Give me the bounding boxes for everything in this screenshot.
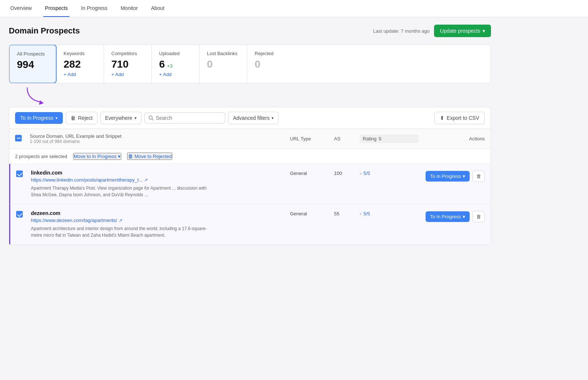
external-link-icon: ↗ <box>144 178 148 183</box>
rating-expand-icon[interactable]: › <box>360 211 361 216</box>
advanced-filters-button[interactable]: Advanced filters ▾ <box>228 112 279 124</box>
trash-icon: 🗑 <box>476 214 481 219</box>
row-to-in-progress-button[interactable]: To In Progress ▾ <box>426 171 470 182</box>
toolbar: To In Progress ▾ 🗑 Reject Everywhere ▾ A… <box>9 107 491 129</box>
row-urltype: General <box>290 210 334 216</box>
row-checkbox[interactable] <box>16 171 23 177</box>
add-uploaded-link[interactable]: + Add <box>159 72 192 77</box>
arrow-decoration <box>9 89 491 107</box>
trash-icon: 🗑 <box>71 115 76 121</box>
row-actions: To In Progress ▾ 🗑 <box>419 170 485 182</box>
stat-value-competitors: 710 <box>111 58 144 70</box>
select-all-checkbox[interactable] <box>15 135 22 141</box>
top-navigation: Overview Prospects In Progress Monitor A… <box>0 0 588 17</box>
stat-cards: All Prospects 994 Keywords 282 + Add Com… <box>9 44 491 83</box>
stat-card-uploaded[interactable]: Uploaded 6 +3 + Add <box>152 45 200 83</box>
row-to-in-progress-button[interactable]: To In Progress ▾ <box>426 211 470 222</box>
rating-value: 5/5 <box>363 211 370 216</box>
rating-expand-icon[interactable]: › <box>360 171 361 176</box>
header-right: Last update: 7 months ago Update prospec… <box>373 25 491 37</box>
row-rating: › 5/5 <box>360 170 419 176</box>
prospect-row: dezeen.com https://www.dezeen.com/tag/ap… <box>9 204 491 244</box>
arrow-icon <box>24 86 46 106</box>
row-checkbox-area[interactable] <box>16 170 31 178</box>
search-icon <box>148 115 154 121</box>
row-as: 55 <box>334 210 360 216</box>
stat-card-competitors[interactable]: Competitors 710 + Add <box>104 45 152 83</box>
chevron-down-icon: ▾ <box>483 28 485 34</box>
row-delete-button[interactable]: 🗑 <box>473 211 485 222</box>
page-header: Domain Prospects Last update: 7 months a… <box>9 25 491 37</box>
move-to-in-progress-button[interactable]: Move to In Progress ▾ <box>73 153 121 160</box>
upload-icon: ⬆ <box>440 115 444 121</box>
stat-label-all: All Prospects <box>17 51 49 57</box>
move-to-rejected-button[interactable]: 🗑 Move to Rejected <box>127 153 172 160</box>
main-content: Domain Prospects Last update: 7 months a… <box>0 17 500 252</box>
rating-value: 5/5 <box>363 171 370 176</box>
svg-line-2 <box>152 119 153 121</box>
stat-label-uploaded: Uploaded <box>159 51 192 56</box>
row-rating: › 5/5 <box>360 210 419 216</box>
row-delete-button[interactable]: 🗑 <box>473 171 485 182</box>
row-source-info: linkedin.com https://www.linkedin.com/po… <box>31 170 290 198</box>
trash-icon: 🗑 <box>476 173 481 179</box>
stat-label-lost: Lost Backlinks <box>207 51 240 56</box>
search-box[interactable] <box>144 112 225 123</box>
export-csv-button[interactable]: ⬆ Export to CSV <box>434 112 485 124</box>
upload-badge: +3 <box>167 63 173 69</box>
row-urltype: General <box>290 170 334 176</box>
nav-overview[interactable]: Overview <box>9 0 33 17</box>
row-domain: dezeen.com <box>31 210 290 216</box>
row-url-link[interactable]: https://www.linkedin.com/posts/apartment… <box>31 177 143 183</box>
row-url-link[interactable]: https://www.dezeen.com/tag/apartments/ <box>31 218 117 223</box>
stat-card-lost-backlinks[interactable]: Lost Backlinks 0 <box>200 45 247 83</box>
reject-button[interactable]: 🗑 Reject <box>66 112 97 124</box>
prospect-row: linkedin.com https://www.linkedin.com/po… <box>9 164 491 204</box>
trash-icon: 🗑 <box>128 153 133 159</box>
chevron-down-icon: ▾ <box>135 116 137 121</box>
row-snippet: Apartment Therapy Media's Post. View org… <box>31 185 207 198</box>
stat-value-uploaded: 6 <box>159 58 165 70</box>
stat-value-keywords: 282 <box>64 58 96 70</box>
nav-monitor[interactable]: Monitor <box>119 0 139 17</box>
select-all-checkbox-area[interactable] <box>15 135 30 143</box>
col-header-as: AS <box>334 136 360 141</box>
row-url: https://www.linkedin.com/posts/apartment… <box>31 177 290 183</box>
col-header-actions: Actions <box>419 136 485 141</box>
selection-count-text: 2 prospects are selected <box>15 154 67 159</box>
chevron-down-icon: ▾ <box>463 214 465 219</box>
stat-value-lost: 0 <box>207 58 240 70</box>
row-checkbox[interactable] <box>16 211 23 218</box>
nav-prospects[interactable]: Prospects <box>43 0 69 17</box>
search-input[interactable] <box>156 115 221 121</box>
stat-label-keywords: Keywords <box>64 51 96 56</box>
col-header-source: Source Domain, URL Example and Snippet 1… <box>30 133 290 144</box>
to-in-progress-button[interactable]: To In Progress ▾ <box>15 112 63 124</box>
stat-card-rejected[interactable]: Rejected 0 <box>247 45 295 83</box>
add-keywords-link[interactable]: + Add <box>64 72 96 77</box>
page-title: Domain Prospects <box>9 26 80 36</box>
last-update-text: Last update: 7 months ago <box>373 28 430 34</box>
row-snippet: Apartment architecture and interior desi… <box>31 225 207 239</box>
stat-card-all-prospects[interactable]: All Prospects 994 <box>9 44 57 83</box>
chevron-down-icon: ▾ <box>463 173 465 179</box>
chevron-down-icon: ▾ <box>272 116 274 121</box>
nav-about[interactable]: About <box>150 0 166 17</box>
prospects-table: Source Domain, URL Example and Snippet 1… <box>9 129 491 245</box>
row-source-info: dezeen.com https://www.dezeen.com/tag/ap… <box>31 210 290 239</box>
row-checkbox-area[interactable] <box>16 210 31 219</box>
row-domain: linkedin.com <box>31 170 290 176</box>
stat-value-all: 994 <box>17 59 49 71</box>
everywhere-dropdown[interactable]: Everywhere ▾ <box>100 112 141 124</box>
table-header: Source Domain, URL Example and Snippet 1… <box>9 129 491 149</box>
row-url: https://www.dezeen.com/tag/apartments/ ↗ <box>31 218 290 223</box>
add-competitors-link[interactable]: + Add <box>111 72 144 77</box>
stat-card-keywords[interactable]: Keywords 282 + Add <box>56 45 104 83</box>
chevron-down-icon: ▾ <box>118 154 121 159</box>
col-header-urltype: URL Type <box>290 136 334 141</box>
nav-in-progress[interactable]: In Progress <box>80 0 109 17</box>
update-prospects-button[interactable]: Update prospects ▾ <box>434 25 491 37</box>
stat-label-competitors: Competitors <box>111 51 144 56</box>
row-actions: To In Progress ▾ 🗑 <box>419 210 485 222</box>
col-header-rating[interactable]: Rating ⇅ <box>360 135 419 143</box>
